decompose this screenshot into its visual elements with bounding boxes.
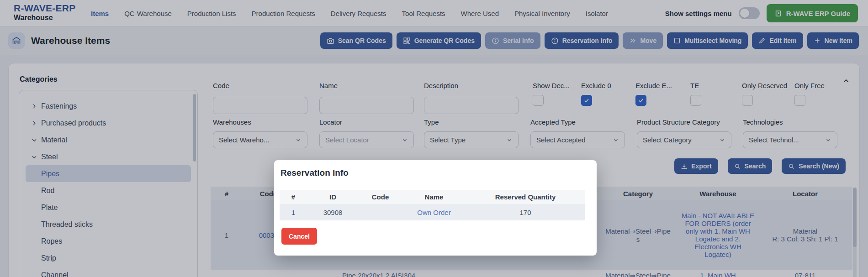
res-cell-name-link[interactable]: Own Order — [417, 209, 450, 216]
app-window: R-WAVE-ERP Warehouse Items QC-Warehouse … — [0, 0, 868, 277]
res-cell-id: 30908 — [323, 209, 343, 216]
res-col-name: Name — [425, 193, 444, 201]
res-cell-reserved-quantity: 170 — [519, 209, 531, 216]
res-col-num: # — [291, 193, 295, 201]
res-cell-num: 1 — [291, 209, 295, 216]
reservation-table: # ID Code Name Reserved Quantity 1 30908… — [280, 190, 585, 220]
reservation-info-modal: Reservation Info # ID Code Name Reserved… — [274, 160, 597, 256]
res-col-code: Code — [372, 193, 389, 201]
modal-title: Reservation Info — [281, 168, 349, 178]
cancel-button[interactable]: Cancel — [281, 228, 317, 245]
reservation-table-header: # ID Code Name Reserved Quantity — [280, 190, 585, 204]
res-col-id: ID — [329, 193, 336, 201]
res-col-reserved-quantity: Reserved Quantity — [495, 193, 556, 201]
reservation-row: 1 30908 Own Order 170 — [280, 204, 585, 220]
